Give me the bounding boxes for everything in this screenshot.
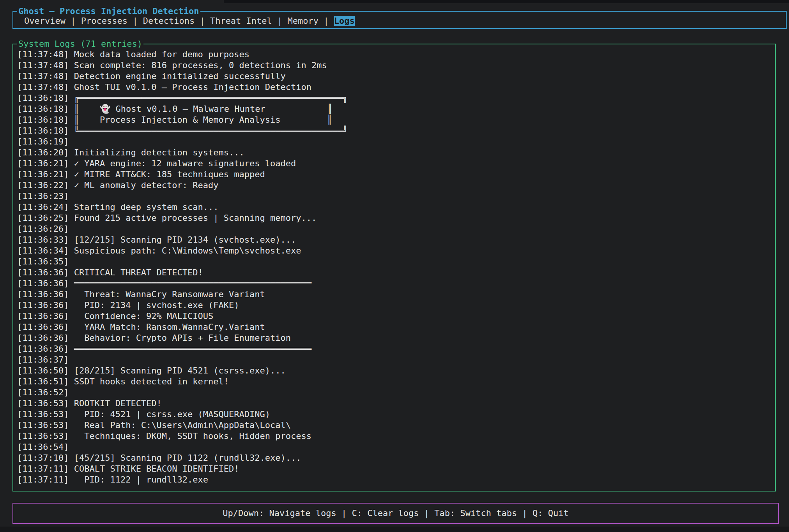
log-message: Real Path: C:\Users\Admin\AppData\Local\ xyxy=(74,420,291,430)
log-line: [11:36:24]Starting deep system scan... xyxy=(17,202,775,213)
log-message: Confidence: 92% MALICIOUS xyxy=(74,311,214,321)
log-line: [11:36:18]╔═════════════════════════════… xyxy=(17,93,775,104)
log-line: [11:36:22]✓ ML anomaly detector: Ready xyxy=(17,180,775,191)
log-timestamp: [11:36:36] xyxy=(17,289,69,299)
tab-memory[interactable]: Memory xyxy=(288,16,318,26)
tab-overview[interactable]: Overview xyxy=(24,16,65,26)
log-timestamp: [11:36:36] xyxy=(17,278,69,288)
log-line: [11:37:48]Detection engine initialized s… xyxy=(17,71,775,82)
log-line: [11:37:48]Mock data loaded for demo purp… xyxy=(17,49,775,60)
log-message: YARA Match: Ransom.WannaCry.Variant xyxy=(74,322,265,332)
log-timestamp: [11:36:53] xyxy=(17,409,69,419)
log-message: Techniques: DKOM, SSDT hooks, Hidden pro… xyxy=(74,431,311,441)
log-message: Behavior: Crypto APIs + File Enumeration xyxy=(74,333,291,343)
log-timestamp: [11:36:37] xyxy=(17,355,69,365)
log-timestamp: [11:37:48] xyxy=(17,49,69,59)
log-line: [11:36:19] xyxy=(17,136,775,147)
log-line: [11:37:10][45/215] Scanning PID 1122 (ru… xyxy=(17,453,775,463)
log-line: [11:36:36]CRITICAL THREAT DETECTED! xyxy=(17,267,775,278)
log-line: [11:37:11] PID: 1122 | rundll32.exe xyxy=(17,474,775,485)
log-message: Suspicious path: C:\Windows\Temp\svchost… xyxy=(74,246,301,255)
tab-separator: | xyxy=(65,16,81,26)
log-message: ROOTKIT DETECTED! xyxy=(74,398,162,408)
log-message: Detection engine initialized successfull… xyxy=(74,71,286,81)
log-message: ╚═══════════════════════════════════════… xyxy=(74,126,348,136)
log-line: [11:36:36] Threat: WannaCry Ransomware V… xyxy=(17,289,775,300)
log-message: ════════════════════════════════════════… xyxy=(74,278,311,288)
log-line: [11:37:11]COBALT STRIKE BEACON IDENTIFIE… xyxy=(17,463,775,474)
log-timestamp: [11:36:21] xyxy=(17,169,69,179)
tab-processes[interactable]: Processes xyxy=(81,16,127,26)
log-timestamp: [11:36:26] xyxy=(17,224,69,234)
log-message: ✓ MITRE ATT&CK: 185 techniques mapped xyxy=(74,169,265,179)
log-timestamp: [11:37:11] xyxy=(17,475,69,484)
terminal-screen: Ghost — Process Injection Detection Over… xyxy=(0,0,789,532)
log-timestamp: [11:36:34] xyxy=(17,246,69,255)
log-message: ✓ ML anomaly detector: Ready xyxy=(74,180,219,190)
log-timestamp: [11:37:48] xyxy=(17,82,69,92)
tab-detections[interactable]: Detections xyxy=(143,16,195,26)
log-timestamp: [11:36:54] xyxy=(17,442,69,452)
log-timestamp: [11:36:33] xyxy=(17,235,69,245)
log-message: PID: 4521 | csrss.exe (MASQUERADING) xyxy=(74,409,270,419)
status-bar-text: Up/Down: Navigate logs | C: Clear logs |… xyxy=(13,504,778,523)
log-message: Ghost TUI v0.1.0 — Process Injection Det… xyxy=(74,82,311,92)
log-message: Initializing detection systems... xyxy=(74,148,244,157)
log-timestamp: [11:36:52] xyxy=(17,388,69,397)
log-timestamp: [11:36:53] xyxy=(17,398,69,408)
log-timestamp: [11:36:24] xyxy=(17,202,69,212)
log-line: [11:36:35] xyxy=(17,256,775,267)
log-line: [11:36:34]Suspicious path: C:\Windows\Te… xyxy=(17,245,775,256)
log-message: ║ Process Injection & Memory Analysis ║ xyxy=(74,115,332,125)
tab-logs[interactable]: Logs xyxy=(334,16,355,26)
tab-threat-intel[interactable]: Threat Intel xyxy=(210,16,272,26)
log-timestamp: [11:37:48] xyxy=(17,60,69,70)
log-message: Scan complete: 816 processes, 0 detectio… xyxy=(74,60,327,70)
log-line: [11:36:33][12/215] Scanning PID 2134 (sv… xyxy=(17,234,775,245)
log-timestamp: [11:36:18] xyxy=(17,126,69,136)
status-bar: Up/Down: Navigate logs | C: Clear logs |… xyxy=(12,503,779,524)
log-timestamp: [11:36:53] xyxy=(17,431,69,441)
tab-separator: | xyxy=(318,16,334,26)
log-line: [11:36:36] PID: 2134 | svchost.exe (FAKE… xyxy=(17,300,775,311)
log-line: [11:36:36]══════════════════════════════… xyxy=(17,344,775,354)
log-timestamp: [11:36:36] xyxy=(17,333,69,343)
log-line: [11:36:50][28/215] Scanning PID 4521 (cs… xyxy=(17,365,775,376)
log-line: [11:36:51]SSDT hooks detected in kernel! xyxy=(17,376,775,387)
log-line: [11:36:18]║ Process Injection & Memory A… xyxy=(17,115,775,125)
tab-separator: | xyxy=(127,16,143,26)
log-message: SSDT hooks detected in kernel! xyxy=(74,377,229,386)
log-line: [11:36:53] Real Path: C:\Users\Admin\App… xyxy=(17,420,775,431)
log-timestamp: [11:36:18] xyxy=(17,115,69,125)
log-message: CRITICAL THREAT DETECTED! xyxy=(74,268,203,277)
log-timestamp: [11:36:36] xyxy=(17,300,69,310)
log-message: ╔═══════════════════════════════════════… xyxy=(74,93,348,103)
log-message: [45/215] Scanning PID 1122 (rundll32.exe… xyxy=(74,453,301,463)
log-line: [11:36:25]Found 215 active processes | S… xyxy=(17,213,775,224)
log-message: ════════════════════════════════════════… xyxy=(74,344,311,354)
log-message: ║ 👻 Ghost v0.1.0 — Malware Hunter ║ xyxy=(74,104,333,114)
log-message: Mock data loaded for demo purposes xyxy=(74,49,249,59)
log-timestamp: [11:36:35] xyxy=(17,257,69,266)
log-timestamp: [11:36:50] xyxy=(17,366,69,375)
log-timestamp: [11:36:21] xyxy=(17,159,69,168)
log-timestamp: [11:36:19] xyxy=(17,137,69,146)
log-line: [11:36:21]✓ MITRE ATT&CK: 185 techniques… xyxy=(17,169,775,180)
log-line: [11:36:18]║ 👻 Ghost v0.1.0 — Malware Hun… xyxy=(17,104,775,115)
tabbar-panel: Ghost — Process Injection Detection Over… xyxy=(12,11,787,29)
log-line: [11:36:36] YARA Match: Ransom.WannaCry.V… xyxy=(17,322,775,333)
log-timestamp: [11:36:36] xyxy=(17,268,69,277)
window-top-strip xyxy=(224,0,789,3)
log-line: [11:36:52] xyxy=(17,387,775,398)
log-list: [11:37:48]Mock data loaded for demo purp… xyxy=(13,44,775,485)
logs-panel-title: System Logs (71 entries) xyxy=(17,39,143,49)
log-line: [11:36:36]══════════════════════════════… xyxy=(17,278,775,289)
log-message: PID: 1122 | rundll32.exe xyxy=(74,475,208,484)
log-message: [28/215] Scanning PID 4521 (csrss.exe)..… xyxy=(74,366,286,375)
log-line: [11:36:37] xyxy=(17,354,775,365)
log-message: PID: 2134 | svchost.exe (FAKE) xyxy=(74,300,239,310)
tab-separator: | xyxy=(195,16,210,26)
log-message: ✓ YARA engine: 12 malware signatures loa… xyxy=(74,159,296,168)
log-line: [11:36:20]Initializing detection systems… xyxy=(17,147,775,158)
window-bottom-strip xyxy=(0,527,789,532)
